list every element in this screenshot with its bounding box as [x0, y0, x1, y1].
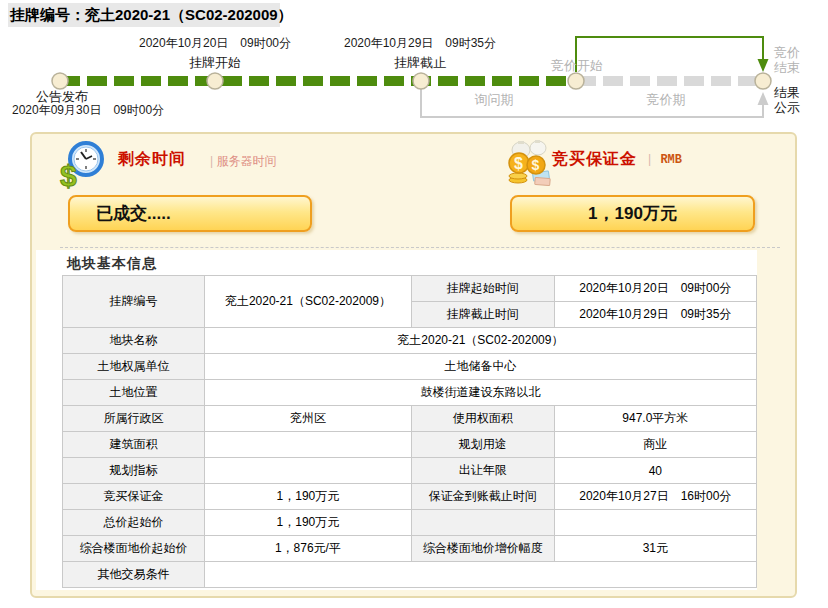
owner-value: 土地储备中心 — [204, 354, 756, 380]
empty-value-cell — [554, 510, 756, 536]
parcel-info-table: 挂牌编号 兖土2020-21（SC02-202009） 挂牌起始时间 2020年… — [62, 275, 757, 588]
table-row: 地块名称 兖土2020-21（SC02-202009） — [63, 328, 757, 354]
floor-price-start-label: 综合楼面地价起始价 — [63, 536, 205, 562]
bid-end-label-line2: 结束 — [774, 60, 800, 75]
planned-use-label: 规划用途 — [412, 432, 555, 458]
bid-deposit-label: 竞买保证金 — [63, 484, 205, 510]
svg-text:$: $ — [514, 155, 523, 172]
clock-dollar-icon: $ — [58, 140, 106, 190]
table-row: 总价起始价 1，190万元 — [63, 510, 757, 536]
bidding-period-label: 竞价期 — [647, 92, 686, 107]
floor-price-step-label: 综合楼面地价增价幅度 — [412, 536, 555, 562]
floor-price-start-value: 1，876元/平 — [204, 536, 411, 562]
result-arrow-up-icon — [758, 92, 769, 105]
listing-number-text: 挂牌编号：兖土2020-21（SC02-202009） — [8, 3, 293, 27]
end-time-label: 挂牌截止时间 — [412, 302, 555, 328]
auction-timeline: 2020年10月20日 09时00分 挂牌开始 2020年10月29日 09时3… — [0, 28, 828, 132]
total-start-price-label: 总价起始价 — [63, 510, 205, 536]
node-listing-end — [413, 73, 429, 89]
parcel-info-title: 地块基本信息 — [67, 255, 157, 273]
parcel-name-label: 地块名称 — [63, 328, 205, 354]
money-bags-icon: $ $ — [503, 138, 555, 188]
deposit-deadline-value: 2020年10月27日 16时00分 — [554, 484, 756, 510]
svg-text:$: $ — [532, 157, 540, 173]
deposit-title: 竞买保证金 — [552, 149, 637, 170]
table-row: 建筑面积 规划用途 商业 — [63, 432, 757, 458]
deal-status-button[interactable]: 已成交..... — [68, 195, 312, 232]
listing-no-label: 挂牌编号 — [63, 276, 205, 328]
floor-price-step-value: 31元 — [554, 536, 756, 562]
plan-index-value — [204, 458, 411, 484]
result-bracket-line — [421, 89, 763, 117]
empty-label-cell — [412, 510, 555, 536]
owner-label: 土地权属单位 — [63, 354, 205, 380]
node-listing-start — [207, 73, 223, 89]
result-label-line1: 结果 — [774, 85, 800, 100]
bid-end-label-line1: 竞价 — [774, 45, 800, 60]
table-row: 其他交易条件 — [63, 562, 757, 588]
tenure-label: 出让年限 — [412, 458, 555, 484]
svg-text:$: $ — [60, 159, 77, 190]
listing-number-header: 挂牌编号：兖土2020-21（SC02-202009） — [8, 3, 280, 27]
auction-status-panel: $ 剩余时间 | 服务器时间 已成交..... $ $ 竞买保证金 | RMB … — [30, 132, 797, 598]
district-value: 兖州区 — [204, 406, 411, 432]
result-label-line2: 公示 — [774, 100, 800, 115]
listing-start-label: 挂牌开始 — [189, 55, 241, 70]
listing-end-date: 2020年10月29日 09时35分 — [344, 36, 496, 50]
parcel-info-section: 地块基本信息 挂牌编号 兖土2020-21（SC02-202009） 挂牌起始时… — [36, 250, 757, 590]
inquiry-period-label: 询问期 — [475, 92, 514, 107]
currency-label: | RMB — [646, 153, 682, 167]
table-row: 所属行政区 兖州区 使用权面积 947.0平方米 — [63, 406, 757, 432]
announce-date: 2020年09月30日 09时00分 — [12, 103, 164, 117]
table-row: 综合楼面地价起始价 1，876元/平 综合楼面地价增价幅度 31元 — [63, 536, 757, 562]
plan-index-label: 规划指标 — [63, 458, 205, 484]
location-value: 鼓楼街道建设东路以北 — [204, 380, 756, 406]
server-time-label: | 服务器时间 — [210, 153, 276, 170]
remaining-time-title: 剩余时间 — [118, 149, 186, 170]
announce-label: 公告发布 — [36, 89, 88, 104]
planned-use-value: 商业 — [554, 432, 756, 458]
use-area-value: 947.0平方米 — [554, 406, 756, 432]
node-announce — [52, 73, 68, 89]
listing-start-date: 2020年10月20日 09时00分 — [139, 36, 291, 50]
deposit-deadline-label: 保证金到账截止时间 — [412, 484, 555, 510]
location-label: 土地位置 — [63, 380, 205, 406]
bid-start-label: 竞价开始 — [551, 58, 603, 73]
total-start-price-value: 1，190万元 — [204, 510, 411, 536]
tenure-value: 40 — [554, 458, 756, 484]
parcel-name-value: 兖土2020-21（SC02-202009） — [204, 328, 756, 354]
other-terms-value — [204, 562, 756, 588]
table-row: 挂牌编号 兖土2020-21（SC02-202009） 挂牌起始时间 2020年… — [63, 276, 757, 302]
table-row: 土地权属单位 土地储备中心 — [63, 354, 757, 380]
table-row: 竞买保证金 1，190万元 保证金到账截止时间 2020年10月27日 16时0… — [63, 484, 757, 510]
start-time-label: 挂牌起始时间 — [412, 276, 555, 302]
deposit-amount-button[interactable]: 1，190万元 — [510, 195, 755, 232]
end-time-value: 2020年10月29日 09时35分 — [554, 302, 756, 328]
listing-no-value: 兖土2020-21（SC02-202009） — [204, 276, 411, 328]
use-area-label: 使用权面积 — [412, 406, 555, 432]
node-bid-end — [755, 73, 771, 89]
building-area-label: 建筑面积 — [63, 432, 205, 458]
bidding-bracket-line — [576, 37, 763, 72]
table-row: 土地位置 鼓楼街道建设东路以北 — [63, 380, 757, 406]
table-row: 规划指标 出让年限 40 — [63, 458, 757, 484]
section-divider — [60, 247, 780, 248]
other-terms-label: 其他交易条件 — [63, 562, 205, 588]
district-label: 所属行政区 — [63, 406, 205, 432]
bidding-arrow-down-icon — [758, 59, 769, 72]
listing-end-label: 挂牌截止 — [394, 55, 446, 70]
node-bid-start — [568, 73, 584, 89]
bid-deposit-value: 1，190万元 — [204, 484, 411, 510]
start-time-value: 2020年10月20日 09时00分 — [554, 276, 756, 302]
building-area-value — [204, 432, 411, 458]
